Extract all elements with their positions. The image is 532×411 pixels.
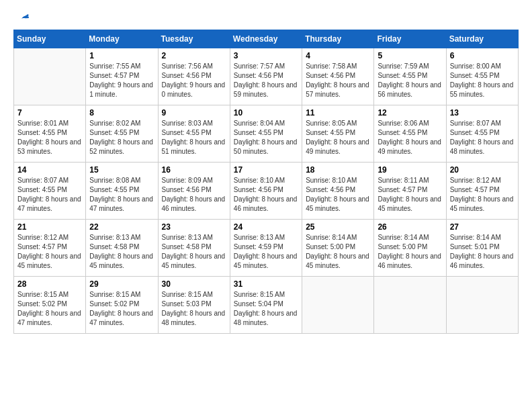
daylight-text: Daylight: 8 hours and 59 minutes. bbox=[234, 81, 298, 98]
day-cell: 19 Sunrise: 8:11 AM Sunset: 4:57 PM Dayl… bbox=[374, 163, 446, 220]
sunset-text: Sunset: 4:56 PM bbox=[306, 72, 355, 79]
daylight-text: Daylight: 8 hours and 49 minutes. bbox=[378, 138, 441, 155]
day-number: 19 bbox=[378, 165, 442, 175]
daylight-text: Daylight: 8 hours and 48 minutes. bbox=[450, 138, 514, 155]
day-number: 6 bbox=[450, 51, 515, 60]
day-number: 28 bbox=[17, 279, 82, 289]
day-cell: 12 Sunrise: 8:06 AM Sunset: 4:55 PM Dayl… bbox=[374, 105, 446, 163]
sunrise-text: Sunrise: 8:07 AM bbox=[450, 120, 501, 127]
sunset-text: Sunset: 4:56 PM bbox=[234, 186, 283, 193]
daylight-text: Daylight: 8 hours and 50 minutes. bbox=[234, 138, 298, 155]
sunrise-text: Sunrise: 7:58 AM bbox=[306, 62, 357, 70]
daylight-text: Daylight: 8 hours and 47 minutes. bbox=[17, 195, 81, 212]
sunset-text: Sunset: 4:57 PM bbox=[89, 72, 139, 79]
daylight-text: Daylight: 8 hours and 45 minutes. bbox=[450, 195, 514, 212]
sunset-text: Sunset: 4:59 PM bbox=[234, 243, 283, 250]
sunrise-text: Sunrise: 8:10 AM bbox=[306, 177, 357, 184]
sunrise-text: Sunrise: 8:04 AM bbox=[234, 120, 285, 127]
day-number: 23 bbox=[162, 222, 226, 232]
header-tuesday: Tuesday bbox=[158, 30, 230, 48]
day-cell: 30 Sunrise: 8:15 AM Sunset: 5:03 PM Dayl… bbox=[158, 277, 230, 334]
header-monday: Monday bbox=[86, 30, 158, 48]
day-number: 7 bbox=[17, 108, 82, 118]
sunset-text: Sunset: 5:00 PM bbox=[378, 243, 427, 250]
sunset-text: Sunset: 4:55 PM bbox=[89, 129, 139, 136]
daylight-text: Daylight: 8 hours and 51 minutes. bbox=[162, 138, 226, 155]
sunrise-text: Sunrise: 8:11 AM bbox=[378, 177, 429, 184]
sunset-text: Sunset: 4:58 PM bbox=[89, 243, 139, 250]
daylight-text: Daylight: 8 hours and 46 minutes. bbox=[234, 195, 298, 212]
day-cell: 27 Sunrise: 8:14 AM Sunset: 5:01 PM Dayl… bbox=[446, 220, 518, 277]
sunrise-text: Sunrise: 8:08 AM bbox=[89, 177, 140, 184]
day-cell: 20 Sunrise: 8:12 AM Sunset: 4:57 PM Dayl… bbox=[446, 163, 518, 220]
day-cell: 21 Sunrise: 8:12 AM Sunset: 4:57 PM Dayl… bbox=[14, 220, 86, 277]
day-number: 1 bbox=[89, 51, 154, 60]
page-header bbox=[13, 13, 519, 23]
day-number: 27 bbox=[450, 222, 515, 232]
week-row-1: 1 Sunrise: 7:55 AM Sunset: 4:57 PM Dayli… bbox=[14, 48, 519, 105]
daylight-text: Daylight: 8 hours and 52 minutes. bbox=[89, 138, 153, 155]
daylight-text: Daylight: 8 hours and 56 minutes. bbox=[378, 81, 441, 98]
daylight-text: Daylight: 8 hours and 48 minutes. bbox=[162, 310, 226, 326]
sunset-text: Sunset: 4:55 PM bbox=[17, 186, 67, 193]
daylight-text: Daylight: 8 hours and 45 minutes. bbox=[306, 253, 369, 269]
sunrise-text: Sunrise: 8:14 AM bbox=[306, 234, 357, 241]
sunrise-text: Sunrise: 8:02 AM bbox=[89, 120, 140, 127]
header-saturday: Saturday bbox=[446, 30, 518, 48]
day-info: Sunrise: 8:10 AM Sunset: 4:56 PM Dayligh… bbox=[234, 176, 298, 214]
day-info: Sunrise: 8:13 AM Sunset: 4:58 PM Dayligh… bbox=[162, 233, 226, 271]
day-number: 20 bbox=[450, 165, 515, 175]
sunset-text: Sunset: 4:55 PM bbox=[450, 129, 500, 136]
sunset-text: Sunset: 4:55 PM bbox=[89, 186, 139, 193]
day-number: 22 bbox=[89, 222, 154, 232]
day-number: 26 bbox=[378, 222, 442, 232]
day-cell: 6 Sunrise: 8:00 AM Sunset: 4:55 PM Dayli… bbox=[446, 48, 518, 105]
day-number: 30 bbox=[162, 279, 226, 289]
sunset-text: Sunset: 4:55 PM bbox=[378, 129, 427, 136]
day-cell: 15 Sunrise: 8:08 AM Sunset: 4:55 PM Dayl… bbox=[86, 163, 158, 220]
day-number: 4 bbox=[306, 51, 370, 60]
sunrise-text: Sunrise: 7:55 AM bbox=[89, 62, 140, 70]
day-number: 9 bbox=[162, 108, 226, 118]
day-info: Sunrise: 8:07 AM Sunset: 4:55 PM Dayligh… bbox=[450, 119, 515, 156]
sunset-text: Sunset: 5:02 PM bbox=[17, 300, 67, 308]
day-cell: 1 Sunrise: 7:55 AM Sunset: 4:57 PM Dayli… bbox=[86, 48, 158, 105]
daylight-text: Daylight: 8 hours and 45 minutes. bbox=[17, 253, 81, 269]
day-number: 17 bbox=[234, 165, 298, 175]
day-info: Sunrise: 8:07 AM Sunset: 4:55 PM Dayligh… bbox=[17, 176, 82, 214]
sunrise-text: Sunrise: 8:01 AM bbox=[17, 120, 69, 127]
day-cell: 16 Sunrise: 8:09 AM Sunset: 4:56 PM Dayl… bbox=[158, 163, 230, 220]
week-row-4: 21 Sunrise: 8:12 AM Sunset: 4:57 PM Dayl… bbox=[14, 220, 519, 277]
day-cell: 28 Sunrise: 8:15 AM Sunset: 5:02 PM Dayl… bbox=[14, 277, 86, 334]
day-info: Sunrise: 7:56 AM Sunset: 4:56 PM Dayligh… bbox=[162, 62, 226, 99]
day-cell: 10 Sunrise: 8:04 AM Sunset: 4:55 PM Dayl… bbox=[230, 105, 302, 163]
day-number: 2 bbox=[162, 51, 226, 60]
day-number: 31 bbox=[234, 279, 298, 289]
sunrise-text: Sunrise: 8:09 AM bbox=[162, 177, 213, 184]
day-number: 3 bbox=[234, 51, 298, 60]
sunrise-text: Sunrise: 8:15 AM bbox=[17, 291, 69, 298]
day-cell: 8 Sunrise: 8:02 AM Sunset: 4:55 PM Dayli… bbox=[86, 105, 158, 163]
sunrise-text: Sunrise: 8:00 AM bbox=[450, 62, 501, 70]
sunset-text: Sunset: 4:55 PM bbox=[450, 72, 500, 79]
day-number: 8 bbox=[89, 108, 154, 118]
daylight-text: Daylight: 8 hours and 45 minutes. bbox=[378, 195, 441, 212]
day-info: Sunrise: 8:08 AM Sunset: 4:55 PM Dayligh… bbox=[89, 176, 154, 214]
day-info: Sunrise: 7:59 AM Sunset: 4:55 PM Dayligh… bbox=[378, 62, 442, 99]
day-info: Sunrise: 8:02 AM Sunset: 4:55 PM Dayligh… bbox=[89, 119, 154, 156]
day-cell: 2 Sunrise: 7:56 AM Sunset: 4:56 PM Dayli… bbox=[158, 48, 230, 105]
daylight-text: Daylight: 8 hours and 46 minutes. bbox=[162, 195, 226, 212]
day-info: Sunrise: 8:12 AM Sunset: 4:57 PM Dayligh… bbox=[17, 233, 82, 271]
day-info: Sunrise: 8:14 AM Sunset: 5:00 PM Dayligh… bbox=[306, 233, 370, 271]
sunset-text: Sunset: 4:55 PM bbox=[378, 72, 427, 79]
sunset-text: Sunset: 5:01 PM bbox=[450, 243, 500, 250]
daylight-text: Daylight: 8 hours and 53 minutes. bbox=[17, 138, 81, 155]
day-cell: 5 Sunrise: 7:59 AM Sunset: 4:55 PM Dayli… bbox=[374, 48, 446, 105]
day-info: Sunrise: 8:11 AM Sunset: 4:57 PM Dayligh… bbox=[378, 176, 442, 214]
day-info: Sunrise: 7:55 AM Sunset: 4:57 PM Dayligh… bbox=[89, 62, 154, 99]
day-number: 12 bbox=[378, 108, 442, 118]
week-row-3: 14 Sunrise: 8:07 AM Sunset: 4:55 PM Dayl… bbox=[14, 163, 519, 220]
sunrise-text: Sunrise: 8:05 AM bbox=[306, 120, 357, 127]
day-info: Sunrise: 8:01 AM Sunset: 4:55 PM Dayligh… bbox=[17, 119, 82, 156]
day-info: Sunrise: 8:13 AM Sunset: 4:58 PM Dayligh… bbox=[89, 233, 154, 271]
